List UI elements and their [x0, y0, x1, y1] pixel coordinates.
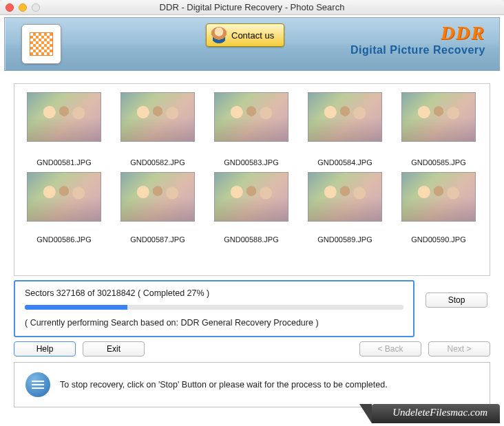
- next-button: Next >: [428, 341, 490, 356]
- contact-us-label: Contact us: [231, 30, 274, 41]
- thumbnails-row: GND00586.JPG GND00587.JPG GND00588.JPG G…: [24, 172, 480, 244]
- thumbnail-filename: GND00585.JPG: [399, 158, 479, 167]
- stop-button[interactable]: Stop: [426, 292, 487, 308]
- photo-thumbnail-icon: [401, 92, 476, 142]
- window-title: DDR - Digital Picture Recovery - Photo S…: [6, 2, 498, 12]
- nav-buttons-row: Help Exit < Back Next >: [14, 341, 490, 356]
- contact-us-button[interactable]: Contact us: [206, 23, 284, 47]
- brand-subtitle: Digital Picture Recovery: [350, 44, 485, 56]
- progress-fill: [25, 305, 127, 310]
- thumbnail-item[interactable]: GND00583.JPG: [211, 92, 291, 167]
- thumbnail-filename: GND00581.JPG: [24, 158, 104, 167]
- thumbnail-item[interactable]: GND00584.JPG: [305, 92, 385, 167]
- thumbnail-item[interactable]: GND00582.JPG: [118, 92, 198, 167]
- thumbnail-item[interactable]: GND00585.JPG: [399, 92, 479, 167]
- app-banner: Contact us DDR Digital Picture Recovery: [4, 17, 500, 71]
- progress-bar: [25, 305, 403, 310]
- thumbnail-filename: GND00583.JPG: [211, 158, 291, 167]
- brand-block: DDR Digital Picture Recovery: [350, 22, 485, 56]
- main-content: GND00581.JPG GND00582.JPG GND00583.JPG G…: [0, 71, 504, 407]
- thumbnail-filename: GND00582.JPG: [118, 158, 198, 167]
- photo-thumbnail-icon: [308, 92, 382, 142]
- titlebar: DDR - Digital Picture Recovery - Photo S…: [0, 0, 504, 15]
- logo-icon: [30, 32, 53, 56]
- photo-thumbnail-icon: [308, 172, 382, 222]
- thumbnail-item[interactable]: GND00581.JPG: [24, 92, 104, 167]
- photo-thumbnail-icon: [27, 172, 101, 222]
- photo-thumbnail-icon: [27, 92, 101, 142]
- thumbnail-item[interactable]: GND00589.JPG: [305, 172, 385, 244]
- thumbnail-filename: GND00588.JPG: [211, 235, 291, 244]
- info-panel: To stop recovery, click on 'Stop' Button…: [14, 362, 490, 407]
- thumbnail-filename: GND00586.JPG: [24, 235, 104, 244]
- info-text: To stop recovery, click on 'Stop' Button…: [60, 380, 388, 390]
- exit-button[interactable]: Exit: [83, 341, 145, 356]
- thumbnail-item[interactable]: GND00590.JPG: [399, 172, 479, 244]
- progress-procedure-text: ( Currently performing Search based on: …: [25, 318, 403, 328]
- app-logo: [21, 24, 61, 64]
- progress-panel: Sectors 327168 of 30218842 ( Completed 2…: [14, 280, 414, 337]
- photo-thumbnail-icon: [120, 172, 195, 222]
- thumbnails-panel: GND00581.JPG GND00582.JPG GND00583.JPG G…: [14, 83, 490, 276]
- thumbnail-filename: GND00590.JPG: [399, 235, 479, 244]
- thumbnail-filename: GND00584.JPG: [305, 158, 385, 167]
- thumbnails-row: GND00581.JPG GND00582.JPG GND00583.JPG G…: [24, 92, 480, 167]
- thumbnail-item[interactable]: GND00588.JPG: [211, 172, 291, 244]
- chat-bubble-icon: [25, 372, 50, 397]
- photo-thumbnail-icon: [214, 172, 288, 222]
- person-icon: [211, 27, 227, 43]
- photo-thumbnail-icon: [214, 92, 288, 142]
- photo-thumbnail-icon: [401, 172, 476, 222]
- progress-sectors-text: Sectors 327168 of 30218842 ( Completed 2…: [25, 288, 403, 298]
- help-button[interactable]: Help: [14, 341, 76, 356]
- thumbnail-filename: GND00589.JPG: [305, 235, 385, 244]
- thumbnail-item[interactable]: GND00586.JPG: [24, 172, 104, 244]
- app-window: DDR - Digital Picture Recovery - Photo S…: [0, 0, 504, 426]
- thumbnail-filename: GND00587.JPG: [118, 235, 198, 244]
- thumbnail-item[interactable]: GND00587.JPG: [118, 172, 198, 244]
- back-button: < Back: [359, 341, 421, 356]
- brand-title: DDR: [350, 22, 485, 44]
- footer-website: UndeleteFilesmac.com: [372, 404, 500, 423]
- photo-thumbnail-icon: [120, 92, 195, 142]
